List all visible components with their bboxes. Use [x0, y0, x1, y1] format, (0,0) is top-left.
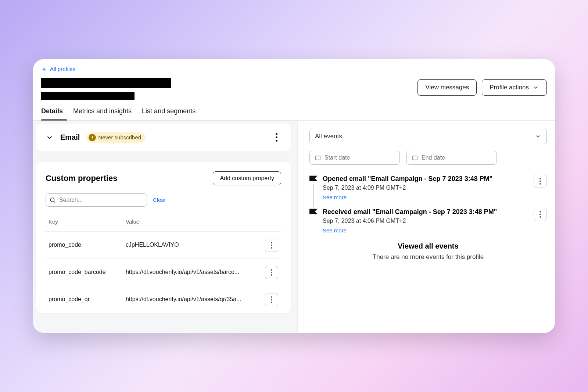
event-menu-button[interactable] — [534, 175, 547, 188]
profile-actions-label: Profile actions — [490, 84, 529, 91]
email-card-left: Email ! Never subscribed — [46, 132, 146, 143]
email-card-menu-button[interactable] — [272, 133, 281, 142]
event-body: Opened email "Email Campaign - Sep 7 202… — [323, 174, 528, 201]
flag-icon — [309, 175, 318, 181]
event-time: Sep 7, 2023 at 4:09 PM GMT+2 — [323, 185, 528, 191]
events-end-title: Viewed all events — [309, 242, 547, 250]
event-item: Opened email "Email Campaign - Sep 7 202… — [309, 174, 547, 201]
top-bar: All profiles — [33, 59, 555, 74]
start-date-placeholder: Start date — [325, 154, 350, 161]
column-header-value: Value — [123, 215, 262, 232]
header-actions: View messages Profile actions — [417, 79, 547, 96]
view-messages-button[interactable]: View messages — [417, 79, 477, 96]
table-row: promo_code_barcode https://dl.voucherify… — [46, 259, 281, 286]
badge-label: Never subscribed — [98, 134, 141, 140]
event-title: Received email "Email Campaign - Sep 7 2… — [323, 207, 528, 216]
row-menu-button[interactable] — [265, 239, 278, 252]
date-range-row: Start date End date — [309, 151, 547, 165]
event-see-more-link[interactable]: See more — [323, 194, 347, 200]
search-box — [46, 193, 147, 207]
table-row: promo_code_qr https://dl.voucherify.io/a… — [46, 286, 281, 313]
events-end-subtitle: There are no more events for this profil… — [309, 253, 547, 261]
event-title: Opened email "Email Campaign - Sep 7 202… — [323, 174, 528, 183]
event-see-more-link[interactable]: See more — [323, 227, 347, 234]
chevron-down-icon — [533, 84, 539, 91]
flag-icon — [309, 209, 318, 214]
tab-details[interactable]: Details — [41, 107, 63, 120]
email-card-title: Email — [60, 133, 80, 142]
svg-rect-1 — [316, 156, 320, 160]
column-header-key: Key — [46, 215, 123, 232]
custom-properties-title: Custom properties — [46, 174, 118, 183]
row-menu-button[interactable] — [265, 266, 278, 279]
left-column: Email ! Never subscribed Custom properti… — [33, 121, 298, 333]
row-menu-button[interactable] — [265, 293, 278, 306]
content-area: Email ! Never subscribed Custom properti… — [33, 121, 555, 333]
event-menu-button[interactable] — [534, 208, 547, 221]
custom-properties-header: Custom properties Add custom property — [46, 171, 281, 185]
table-row: promo_code cJpHELLOKLAVIYO — [46, 231, 281, 259]
clear-search-link[interactable]: Clear — [153, 197, 166, 203]
end-date-placeholder: End date — [422, 154, 445, 161]
events-end-block: Viewed all events There are no more even… — [309, 242, 547, 261]
chevron-down-icon — [535, 133, 541, 140]
back-link-label: All profiles — [50, 66, 75, 72]
tabs: Details Metrics and insights List and se… — [33, 100, 555, 121]
prop-value: https://dl.voucherify.io/api/v1/assets/b… — [123, 259, 262, 286]
start-date-field[interactable]: Start date — [309, 151, 400, 165]
prop-key: promo_code — [46, 231, 123, 259]
warning-icon: ! — [89, 134, 96, 141]
custom-properties-search-row: Clear — [46, 193, 281, 207]
arrow-left-icon — [41, 66, 47, 72]
tab-metrics[interactable]: Metrics and insights — [73, 107, 132, 120]
chevron-down-icon[interactable] — [46, 133, 54, 142]
event-body: Received email "Email Campaign - Sep 7 2… — [323, 207, 528, 234]
subscription-status-badge: ! Never subscribed — [86, 132, 146, 143]
header-row: View messages Profile actions — [33, 74, 555, 100]
add-custom-property-button[interactable]: Add custom property — [213, 171, 281, 185]
prop-value: cJpHELLOKLAVIYO — [123, 231, 262, 259]
profile-identity-redacted — [41, 78, 171, 100]
prop-key: promo_code_qr — [46, 286, 123, 313]
end-date-field[interactable]: End date — [406, 151, 497, 165]
timeline-line — [313, 184, 314, 207]
email-channel-card: Email ! Never subscribed — [36, 124, 291, 152]
view-messages-label: View messages — [425, 84, 469, 91]
profile-window: All profiles View messages Profile actio… — [33, 59, 555, 333]
event-item: Received email "Email Campaign - Sep 7 2… — [309, 207, 547, 234]
redacted-name — [41, 78, 171, 88]
custom-properties-table: Key Value promo_code cJpHELLOKLAVIYO pro — [46, 215, 281, 313]
calendar-icon — [412, 155, 418, 161]
events-filter-select[interactable]: All events — [309, 129, 547, 144]
redacted-email — [41, 92, 135, 100]
prop-key: promo_code_barcode — [46, 259, 123, 286]
prop-value: https://dl.voucherify.io/api/v1/assets/q… — [123, 286, 262, 313]
profile-actions-button[interactable]: Profile actions — [482, 79, 547, 96]
right-column: All events Start date End date Opened em… — [298, 121, 555, 333]
event-time: Sep 7, 2023 at 4:06 PM GMT+2 — [323, 218, 528, 224]
back-all-profiles-link[interactable]: All profiles — [41, 66, 75, 72]
search-icon — [49, 197, 56, 203]
svg-rect-2 — [413, 156, 417, 160]
search-input[interactable] — [46, 193, 147, 207]
calendar-icon — [315, 155, 321, 161]
tab-lists[interactable]: List and segments — [142, 107, 196, 120]
custom-properties-card: Custom properties Add custom property Cl… — [36, 162, 291, 313]
svg-point-0 — [50, 198, 54, 202]
events-filter-label: All events — [315, 133, 342, 140]
